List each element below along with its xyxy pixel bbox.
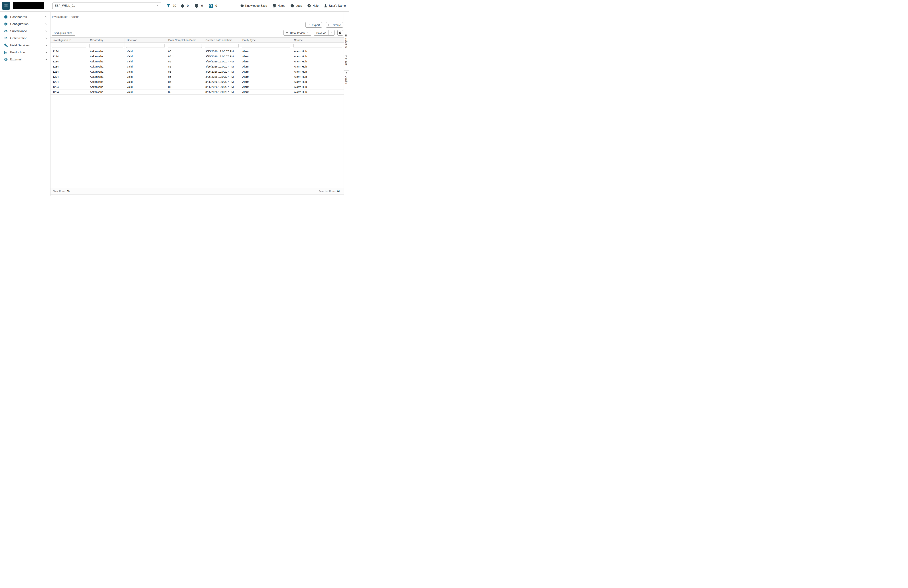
side-tab-columns[interactable]: Columns [344, 33, 349, 49]
alarms-counter[interactable]: 0 [180, 3, 190, 8]
sidebar-item-optimization[interactable]: Optimization [0, 35, 50, 42]
menu-button[interactable] [2, 2, 10, 10]
column-header[interactable]: Created date and time [203, 38, 240, 43]
help-link[interactable]: ?Help [307, 4, 319, 8]
table-cell: Aakanksha [88, 69, 125, 74]
sidebar-item-label: Optimization [10, 37, 27, 40]
save-as-menu-button[interactable] [328, 30, 334, 35]
sidebar-item-field-services[interactable]: Field Services [0, 42, 50, 49]
table-cell: Alarm [240, 49, 292, 54]
side-tab-label: Columns [345, 38, 348, 48]
create-button[interactable]: Create [326, 22, 343, 27]
table-cell: Valid [125, 84, 166, 90]
view-selector-button[interactable]: Default View [283, 30, 311, 35]
sidebar-item-surveillance[interactable]: Surveillance [0, 27, 50, 35]
table-row[interactable]: 1234AakankshaValid853/25/2026 12:00:07 P… [50, 79, 344, 84]
user-link[interactable]: User's Name [324, 4, 346, 8]
notes-icon [272, 4, 276, 8]
alarms-count: 0 [187, 4, 190, 8]
column-header[interactable]: Entity Type [240, 38, 292, 43]
column-filter-input[interactable] [126, 44, 164, 48]
side-tab-details[interactable]: Details [344, 71, 349, 85]
sidebar-item-production[interactable]: Production [0, 49, 50, 56]
total-rows-value: 09 [67, 190, 69, 193]
column-filter-input[interactable] [89, 44, 123, 48]
column-header[interactable]: Source [292, 38, 344, 43]
filter-cell [50, 43, 88, 49]
chart-icon [4, 50, 8, 54]
chevron-down-icon [45, 15, 48, 19]
columns-icon [345, 34, 348, 37]
notes-label: Notes [278, 4, 285, 8]
column-filter-input[interactable] [167, 44, 202, 48]
table-cell: 1234 [50, 59, 88, 64]
chevron-down-icon [45, 51, 48, 54]
column-header[interactable]: Investigation ID [50, 38, 88, 43]
table-cell: Valid [125, 54, 166, 59]
table-cell: 85 [166, 49, 203, 54]
grid-quick-filter-input[interactable] [52, 30, 75, 35]
table-cell: Alarm Hub [292, 49, 344, 54]
topbar-links: Knowledge BaseNotesLogs?HelpUser's Name [240, 4, 346, 8]
table-cell: 1234 [50, 49, 88, 54]
svg-text:?: ? [308, 5, 310, 7]
column-header[interactable]: Data Completion Score [166, 38, 203, 43]
table-row[interactable]: 1234AakankshaValid853/25/2026 12:00:07 P… [50, 59, 344, 64]
export-icon [307, 23, 311, 26]
column-filter-input[interactable] [205, 44, 238, 48]
table-row[interactable]: 1234AakankshaValid853/25/2026 12:00:07 P… [50, 69, 344, 74]
table-row[interactable]: 1234AakankshaValid853/25/2026 12:00:07 P… [50, 84, 344, 90]
table-row[interactable]: 1234AakankshaValid853/25/2026 12:00:07 P… [50, 74, 344, 79]
side-tab-filters[interactable]: Filters [344, 53, 349, 66]
column-filter-input[interactable] [293, 44, 342, 48]
table-row[interactable]: 1234AakankshaValid853/25/2026 12:00:07 P… [50, 90, 344, 95]
well-selector[interactable]: ESP_WELL_01 [52, 3, 161, 9]
chevron-down-icon [45, 37, 48, 40]
eye-icon [4, 29, 8, 33]
table-cell: Valid [125, 74, 166, 79]
filters-counter[interactable]: 10 [166, 3, 176, 8]
table-row[interactable]: 1234AakankshaValid853/25/2026 12:00:07 P… [50, 64, 344, 69]
table-header-row: Investigation IDCreated byDecisionData C… [50, 38, 344, 43]
grid-settings-button[interactable] [337, 30, 343, 35]
details-icon [345, 72, 348, 75]
column-header[interactable]: Decision [125, 38, 166, 43]
sidebar-item-label: Configuration [10, 22, 29, 26]
notes-link[interactable]: Notes [272, 4, 285, 8]
view-controls: Default View Save As [283, 30, 343, 35]
topbar-counters: 10000 [162, 3, 219, 8]
events-count: 0 [216, 4, 219, 8]
table-row[interactable]: 1234AakankshaValid853/25/2026 12:00:07 P… [50, 54, 344, 59]
sidebar-item-configuration[interactable]: Configuration [0, 21, 50, 27]
validations-counter[interactable]: 0 [194, 3, 204, 8]
save-as-button[interactable]: Save As [314, 30, 328, 35]
sidebar-nav: DashboardsConfigurationSurveillanceOptim… [0, 13, 50, 63]
grid-area: Investigation IDCreated byDecisionData C… [50, 37, 344, 188]
sidebar-item-label: Field Services [10, 43, 30, 47]
events-counter[interactable]: 0 [208, 3, 219, 8]
logs-label: Logs [296, 4, 302, 8]
knowledge-base-link[interactable]: Knowledge Base [240, 4, 267, 8]
column-filter-input[interactable] [52, 44, 86, 48]
logs-link[interactable]: Logs [290, 4, 302, 8]
table-cell: Alarm [240, 69, 292, 74]
column-filter-input[interactable] [242, 44, 290, 48]
table-cell: 85 [166, 84, 203, 90]
caret-down-icon [330, 32, 333, 34]
table-row[interactable]: 1234AakankshaValid853/25/2026 12:00:07 P… [50, 49, 344, 54]
table-cell: Alarm Hub [292, 64, 344, 69]
table-cell: Aakanksha [88, 59, 125, 64]
column-header[interactable]: Created by [88, 38, 125, 43]
sidebar-item-external[interactable]: External [0, 56, 50, 63]
table-cell: 3/25/2026 12:00:07 PM [203, 79, 240, 84]
gear-icon [4, 22, 8, 26]
table-cell: 1234 [50, 64, 88, 69]
table-cell: Alarm [240, 59, 292, 64]
sidebar-item-dashboards[interactable]: Dashboards [0, 13, 50, 21]
chevron-down-icon [45, 22, 48, 26]
table-cell: Valid [125, 79, 166, 84]
table-filter-row [50, 43, 344, 49]
user-icon [324, 4, 328, 8]
table-cell: Alarm Hub [292, 79, 344, 84]
export-button[interactable]: Export [306, 22, 322, 27]
